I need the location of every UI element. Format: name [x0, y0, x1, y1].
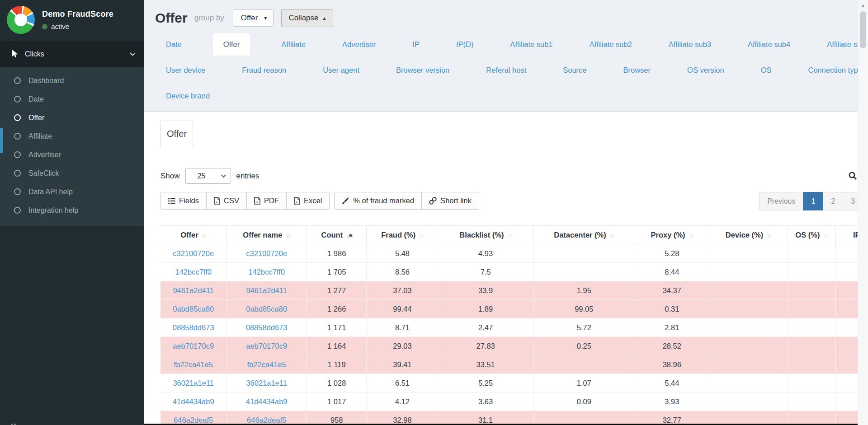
datacenter-cell: 0.25	[577, 342, 591, 350]
datacenter-cell: 0.09	[577, 397, 591, 406]
tab[interactable]: OS version	[682, 63, 730, 77]
offer-name-link[interactable]: 9461a2d411	[246, 286, 287, 294]
table-row: 646a2deaf5 646a2deaf5 958 32.98 31.1 32.…	[160, 411, 868, 425]
offer-name-link[interactable]: c32100720e	[246, 249, 287, 257]
column-header[interactable]: OS (%)	[788, 226, 835, 244]
offer-name-link[interactable]: aeb70170c9	[246, 342, 287, 350]
offer-link[interactable]: c32100720e	[173, 249, 214, 257]
sidebar-item[interactable]: Data API help	[0, 182, 144, 201]
sidebar-item[interactable]: Affiliate	[0, 127, 144, 145]
circle-icon	[14, 170, 21, 177]
offer-link[interactable]: aeb70170c9	[173, 342, 214, 350]
page-button[interactable]: Previous	[759, 192, 803, 210]
fraud-cell: 6.51	[395, 379, 410, 387]
tab[interactable]: Affiliate sub3	[663, 37, 717, 51]
offer-name-link[interactable]: fb22ca41e5	[247, 360, 286, 369]
status-dot-icon	[42, 24, 47, 29]
datacenter-cell: 5.72	[577, 323, 591, 332]
tab[interactable]: User agent	[317, 63, 365, 77]
group-by-select[interactable]: Offer ▾	[233, 9, 274, 27]
blacklist-cell: 3.63	[478, 397, 493, 406]
column-header[interactable]: Fraud (%)	[367, 226, 438, 244]
offer-link[interactable]: 41d4434ab9	[173, 397, 214, 406]
offer-name-link[interactable]: 0abd85ca80	[246, 305, 287, 313]
sidebar-item[interactable]: Date	[0, 90, 144, 108]
pagination: Previous12345…137Next	[759, 192, 868, 210]
excel-button[interactable]: x Excel	[286, 192, 330, 210]
tab[interactable]: Device brand	[160, 89, 215, 103]
pdf-button[interactable]: a PDF	[246, 192, 287, 210]
sidebar-menu: Dashboard Date Offer Affiliate Advertise…	[0, 67, 144, 226]
offer-name-link[interactable]: 36021a1e11	[246, 379, 287, 387]
tab[interactable]: Affiliate	[276, 37, 311, 51]
tab[interactable]: Date	[160, 37, 187, 51]
fraud-cell: 99.44	[393, 305, 411, 313]
brand: Demo FraudScore active	[0, 0, 144, 41]
table-row: c32100720e c32100720e 1 986 5.48 4.93 5.…	[160, 244, 868, 263]
offer-link[interactable]: 08858dd673	[173, 323, 214, 332]
tab[interactable]: Browser version	[391, 63, 455, 77]
csv-button[interactable]: x CSV	[206, 192, 247, 210]
page-size-select[interactable]: 25	[185, 168, 231, 184]
offer-link[interactable]: 36021a1e11	[173, 379, 214, 387]
tab[interactable]: Affiliate sub4	[742, 37, 796, 51]
offer-name-link[interactable]: 646a2deaf5	[247, 416, 286, 424]
circle-icon	[14, 133, 21, 140]
scrollbar-thumb[interactable]	[860, 11, 866, 48]
brand-title: Demo FraudScore	[42, 9, 113, 19]
column-header[interactable]: Offer	[160, 226, 226, 244]
tab[interactable]: Fraud reason	[236, 63, 292, 77]
svg-text:x: x	[296, 200, 297, 204]
chevron-down-icon	[221, 173, 225, 177]
group-by-tabs: DateOfferAffiliateAdvertiserIPIP(D)Affil…	[144, 30, 868, 112]
tab[interactable]: Advertiser	[337, 37, 381, 51]
tab[interactable]: User device	[160, 63, 211, 77]
page-title: Offer	[155, 10, 188, 26]
column-header[interactable]: Device (%)	[709, 226, 788, 244]
offer-name-link[interactable]: 08858dd673	[246, 323, 288, 332]
sidebar-item[interactable]: Advertiser	[0, 145, 144, 164]
offer-name-link[interactable]: 142bcc7ff0	[248, 268, 284, 276]
blacklist-cell: 5.25	[478, 379, 493, 387]
scroll-up-arrow-icon[interactable]: ▲	[858, 3, 868, 8]
blacklist-cell: 31.1	[478, 416, 493, 424]
tab[interactable]: Offer	[213, 33, 250, 56]
page-button[interactable]: 1	[803, 192, 823, 210]
column-header[interactable]: Blacklist (%)	[438, 226, 533, 244]
table-row: fb22ca41e5 fb22ca41e5 1 119 39.41 33.51 …	[160, 355, 868, 374]
proxy-cell: 32.77	[663, 416, 681, 424]
tab[interactable]: Browser	[618, 63, 656, 77]
tab[interactable]: Referal host	[481, 63, 532, 77]
page-button[interactable]: 2	[823, 192, 843, 210]
tab[interactable]: IP	[407, 37, 425, 51]
sidebar-section-clicks[interactable]: Clicks	[0, 41, 144, 67]
tab[interactable]: Affiliate sub1	[505, 37, 558, 51]
column-header[interactable]: Proxy (%)	[635, 226, 709, 244]
fraud-cell: 8.71	[395, 323, 410, 332]
offer-link[interactable]: fb22ca41e5	[174, 360, 213, 369]
column-header[interactable]: Datacenter (%)	[533, 226, 635, 244]
tab[interactable]: Affiliate sub2	[584, 37, 637, 51]
percent-fraud-marked-button[interactable]: % of fraud marked	[334, 192, 422, 210]
offer-name-link[interactable]: 41d4434ab9	[246, 397, 288, 406]
offer-link[interactable]: 646a2deaf5	[174, 416, 213, 424]
fields-button[interactable]: Fields	[160, 192, 207, 210]
sidebar-item[interactable]: Integration help	[0, 201, 144, 220]
sidebar-item-label: Offer	[28, 114, 44, 122]
sidebar-item[interactable]: Dashboard	[0, 71, 144, 90]
offer-link[interactable]: 142bcc7ff0	[175, 268, 211, 276]
short-link-button[interactable]: Short link	[421, 192, 479, 210]
tab[interactable]: OS	[755, 63, 777, 77]
column-header[interactable]: Offer name	[226, 226, 307, 244]
offer-link[interactable]: 0abd85ca80	[173, 305, 214, 313]
sidebar-item[interactable]: Offer	[0, 108, 144, 127]
sidebar-item[interactable]: SafeClick	[0, 164, 144, 182]
collapse-button[interactable]: Collapse ▴	[281, 9, 333, 27]
tab[interactable]: IP(D)	[451, 37, 479, 51]
tab[interactable]: Source	[557, 63, 592, 77]
vertical-scrollbar[interactable]: ▲	[858, 0, 868, 425]
sidebar-item-label: Data API help	[28, 188, 73, 196]
offer-link[interactable]: 9461a2d411	[173, 286, 214, 294]
fraud-cell: 29.03	[393, 342, 411, 350]
column-header[interactable]: Count	[307, 226, 367, 244]
